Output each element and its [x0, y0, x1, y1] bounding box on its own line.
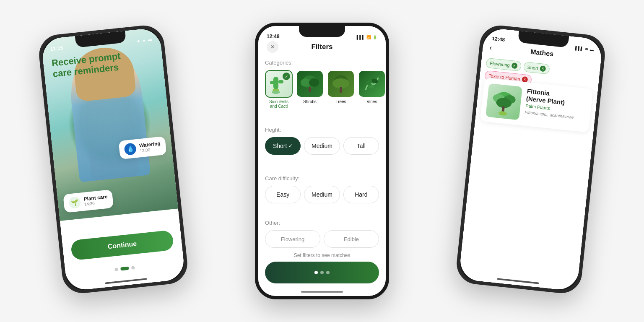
tag-short-remove[interactable]: ✕ [540, 65, 546, 72]
dot-3 [131, 266, 135, 270]
set-filters-message: Set filters to see matches [258, 252, 386, 258]
wifi-icon-c: 📶 [366, 35, 371, 39]
other-edible-btn[interactable]: Edible [324, 230, 379, 248]
status-icons-left: ▲ ▲ ▬ [136, 37, 152, 43]
height-medium-btn[interactable]: Medium [304, 137, 340, 155]
trees-label: Trees [335, 99, 346, 104]
center-dot-1 [314, 271, 318, 274]
shrub-art [297, 71, 323, 97]
succulents-img: ✓ [265, 70, 293, 98]
continue-button[interactable]: Continue [70, 230, 174, 260]
categories-grid: ✓ Suiculentsand Cacti [265, 70, 379, 109]
height-short-btn[interactable]: Short ✓ [265, 137, 301, 155]
status-icons-center: ▌▌▌ 📶 🔋 [357, 35, 377, 39]
battery-icon-c: 🔋 [373, 35, 377, 39]
other-flowering-btn[interactable]: Flowering [265, 230, 320, 248]
filter-title: Filters [311, 43, 332, 51]
wifi-icon-r: ≋ [585, 47, 589, 52]
other-section: Other: Flowering Edible [265, 220, 379, 248]
shrubs-img [296, 70, 324, 98]
svg-point-4 [272, 91, 280, 94]
svg-rect-2 [278, 80, 283, 83]
difficulty-label: Care difficulty: [265, 175, 379, 182]
height-tall-btn[interactable]: Tall [343, 137, 379, 155]
height-label: Heght: [265, 127, 379, 133]
signal-bar-icon: ▌▌▌ [357, 35, 365, 39]
difficulty-options: Easy Medium Hard [265, 186, 379, 203]
category-trees[interactable]: Trees [327, 70, 355, 109]
apply-button[interactable] [265, 262, 379, 283]
vine-art [359, 71, 385, 97]
right-title: Mathes [530, 48, 554, 58]
center-content: ✕ Filters Categories: [258, 26, 386, 296]
left-content: Receive prompt care reminders 💧 Watering… [41, 27, 186, 291]
phone-right: 12:48 ▌▌▌ ≋ ▬ ‹ Mathes F [454, 23, 607, 295]
watering-icon: 💧 [124, 143, 137, 156]
plant-info: Fittonia (Nerve Plant) Palm Plants Fitto… [524, 87, 576, 126]
category-shrubs[interactable]: Shrubs [296, 70, 324, 109]
notch-center [299, 26, 345, 37]
phone-left: 11:15 ▲ ▲ ▬ [37, 23, 189, 295]
shrubs-label: Shrubs [303, 99, 317, 104]
dot-1 [114, 267, 118, 271]
succulents-label: Suiculentsand Cacti [269, 99, 288, 109]
tag-short[interactable]: Short ✕ [523, 62, 550, 74]
svg-point-20 [499, 111, 507, 116]
difficulty-section: Care difficulty: Easy Medium Hard [265, 175, 379, 203]
status-time-right: 12:48 [492, 36, 505, 43]
close-button[interactable]: ✕ [267, 41, 278, 53]
difficulty-easy-btn[interactable]: Easy [265, 186, 301, 203]
wifi-icon: ▲ [142, 37, 146, 42]
svg-rect-8 [309, 87, 311, 92]
category-succulents[interactable]: ✓ Suiculentsand Cacti [265, 70, 293, 109]
selected-check: ✓ [283, 73, 290, 80]
status-icons-right: ▌▌▌ ≋ ▬ [575, 46, 594, 52]
phones-container: 11:15 ▲ ▲ ▬ [0, 0, 644, 322]
short-check: ✓ [288, 143, 293, 149]
svg-point-14 [368, 85, 374, 89]
home-indicator-center [301, 291, 343, 293]
plant-image [486, 83, 522, 120]
filter-header: ✕ Filters [258, 43, 386, 51]
trees-img [327, 70, 355, 98]
vines-label: Vines [367, 99, 377, 104]
pagination-dots-center [314, 271, 330, 274]
dot-2-active [120, 266, 129, 270]
tag-flowering-remove[interactable]: ✕ [511, 62, 517, 69]
height-options: Short ✓ Medium Tall [265, 137, 379, 155]
vines-img [358, 70, 386, 98]
height-section: Heght: Short ✓ Medium Tall [265, 127, 379, 155]
signal-icon: ▲ [136, 38, 140, 43]
right-content: ‹ Mathes Flowering ✕ Short ✕ Toxic t [458, 27, 603, 291]
svg-rect-1 [270, 81, 275, 84]
tree-art [328, 71, 354, 97]
category-vines[interactable]: Vines [358, 70, 386, 109]
svg-point-7 [309, 78, 319, 87]
other-options: Flowering Edible [265, 230, 379, 248]
difficulty-hard-btn[interactable]: Hard [343, 186, 379, 203]
categories-section: Categories: [265, 60, 379, 109]
phone-center: 12:48 ▌▌▌ 📶 🔋 ✕ Filters Categories: [255, 23, 389, 299]
status-time-left: 11:15 [50, 45, 63, 52]
svg-rect-11 [340, 87, 342, 93]
categories-label: Categories: [265, 60, 379, 66]
center-dot-2 [320, 271, 324, 274]
tag-flowering[interactable]: Flowering ✕ [486, 58, 522, 72]
signal-icon-r: ▌▌▌ [575, 46, 584, 51]
difficulty-medium-btn[interactable]: Medium [304, 186, 340, 203]
battery-icon: ▬ [148, 37, 152, 42]
plant-care-icon: 🌱 [68, 196, 81, 209]
pagination-dots-left [65, 261, 184, 277]
center-dot-3 [326, 271, 330, 274]
battery-icon-r: ▬ [590, 47, 594, 52]
status-time-center: 12:48 [267, 34, 280, 39]
back-button[interactable]: ‹ [489, 43, 492, 52]
other-label: Other: [265, 220, 379, 226]
